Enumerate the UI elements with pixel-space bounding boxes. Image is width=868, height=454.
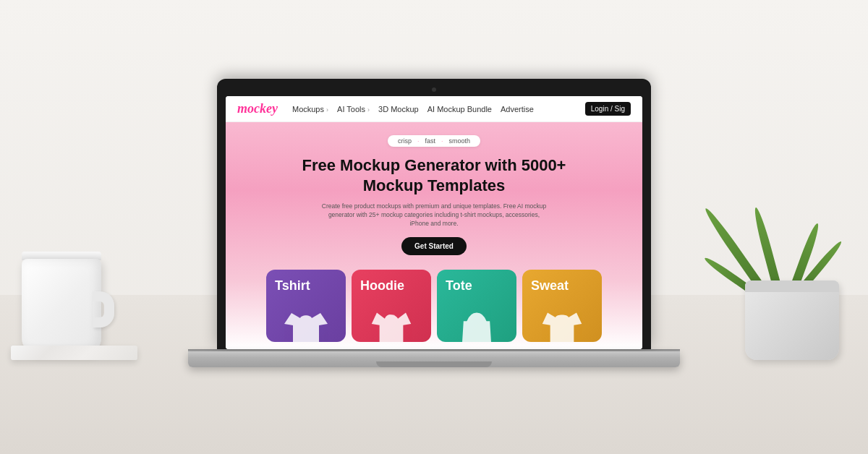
login-button[interactable]: Login / Sig [585,102,631,116]
hero-subtitle: Create free product mockups with premium… [318,202,550,228]
badge-dot-2: · [441,137,443,145]
nav-links: Mockups › AI Tools › 3D Mockup AI Mockup… [292,105,585,113]
badge-dot-1: · [417,137,420,145]
category-hoodie[interactable]: Hoodie [352,270,431,342]
hoodie-icon [370,309,413,342]
site-logo[interactable]: mockey [237,101,278,116]
nav-advertise[interactable]: Advertise [501,105,534,113]
plant [738,280,846,360]
hero-badge: crisp · fast · smooth [388,135,480,147]
sweat-label: Sweat [531,278,569,294]
tote-icon [455,309,498,342]
category-tote[interactable]: Tote [437,270,516,342]
hoodie-label: Hoodie [360,278,404,294]
badge-smooth: smooth [449,137,471,145]
hero-title: Free Mockup Generator with 5000+ Mockup … [297,155,571,195]
website: mockey Mockups › AI Tools › 3D Mockup AI… [226,96,642,349]
mug-body [22,259,101,353]
tshirt-icon [284,309,328,342]
nav-arrow-2: › [367,106,370,113]
hero-section: crisp · fast · smooth Free Mockup Genera… [226,122,642,349]
marble-coaster [11,346,137,360]
tote-label: Tote [446,278,472,294]
scene: mockey Mockups › AI Tools › 3D Mockup AI… [0,0,868,454]
nav-ai-bundle[interactable]: AI Mockup Bundle [427,105,492,113]
nav-mockups[interactable]: Mockups › [292,105,328,113]
category-sweat[interactable]: Sweat [522,270,602,342]
nav-ai-tools[interactable]: AI Tools › [337,105,370,113]
laptop-screen-outer: mockey Mockups › AI Tools › 3D Mockup AI… [217,79,651,349]
mug-handle [93,291,114,327]
navbar: mockey Mockups › AI Tools › 3D Mockup AI… [226,96,642,122]
plant-pot [745,280,839,360]
tshirt-label: Tshirt [275,278,310,294]
laptop-camera [432,87,436,92]
svg-rect-1 [554,325,570,327]
nav-3d-mockup[interactable]: 3D Mockup [378,105,419,113]
sweat-icon [540,309,584,342]
category-cards: Tshirt Hoodie [266,270,602,342]
laptop: mockey Mockups › AI Tools › 3D Mockup AI… [188,79,680,367]
laptop-base [188,351,680,367]
nav-arrow-1: › [326,106,328,113]
badge-fast: fast [425,137,435,145]
category-tshirt[interactable]: Tshirt [266,270,346,342]
coffee-mug [22,248,116,353]
svg-rect-0 [388,314,396,320]
get-started-button[interactable]: Get Started [401,237,467,255]
laptop-screen: mockey Mockups › AI Tools › 3D Mockup AI… [226,96,642,349]
badge-crisp: crisp [398,137,412,145]
plant-leaves [723,147,854,291]
